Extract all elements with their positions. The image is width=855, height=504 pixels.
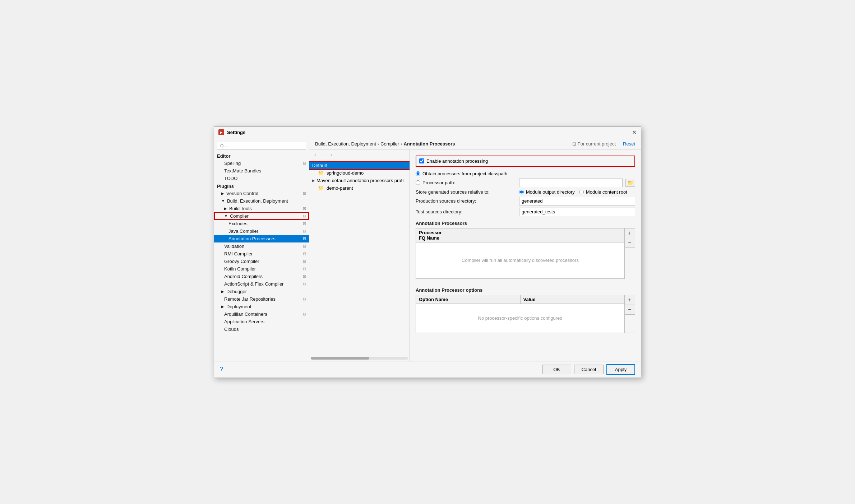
store-generated-radios: Module output directory Module content r… xyxy=(519,189,627,195)
enable-annotation-label[interactable]: Enable annotation processing xyxy=(419,158,488,164)
sidebar-label: Validation xyxy=(224,244,244,249)
add-processor-button[interactable]: + xyxy=(625,228,635,238)
options-header: Option Name Value xyxy=(416,295,624,304)
module-content-text: Module content root xyxy=(586,189,627,195)
tree-scrollbar[interactable] xyxy=(311,357,408,360)
tree-item-springcloud[interactable]: 📁 springcloud-demo xyxy=(309,169,410,177)
expand-icon: ▶ xyxy=(312,179,315,182)
tree-item-maven-default[interactable]: ▶ Maven default annotation processors pr… xyxy=(309,177,410,184)
add-option-button[interactable]: + xyxy=(625,295,635,305)
help-button[interactable]: ? xyxy=(220,366,223,373)
expand-icon: ▼ xyxy=(224,214,228,218)
sidebar-item-java-compiler[interactable]: Java Compiler ⊡ xyxy=(214,227,309,235)
processor-fq-col: Processor FQ Name xyxy=(416,228,445,242)
annotation-processors-section-title: Annotation Processors xyxy=(416,221,635,226)
sidebar-item-app-servers[interactable]: Application Servers xyxy=(214,318,309,325)
sidebar-label: Build, Execution, Deployment xyxy=(227,198,288,204)
sidebar-item-android-compilers[interactable]: Android Compilers ⊡ xyxy=(214,273,309,280)
remove-option-button[interactable]: − xyxy=(625,305,635,315)
sidebar-item-debugger[interactable]: ▶ Debugger xyxy=(214,288,309,295)
sidebar-label: ActionScript & Flex Compiler xyxy=(224,281,283,287)
search-input[interactable] xyxy=(217,142,306,150)
processor-path-text: Processor path: xyxy=(422,180,455,185)
enable-annotation-row: Enable annotation processing xyxy=(416,156,635,167)
copy-icon: ⊡ xyxy=(303,297,306,301)
sidebar-label: Deployment xyxy=(226,304,251,309)
remove-profile-button[interactable]: − xyxy=(319,151,325,158)
obtain-processors-radio[interactable] xyxy=(416,171,420,176)
processor-path-input[interactable] xyxy=(519,179,623,187)
split-panel: + − → Default 📁 springcloud-demo xyxy=(309,150,641,361)
cancel-button[interactable]: Cancel xyxy=(574,365,604,374)
test-sources-input[interactable] xyxy=(519,208,635,216)
sidebar-item-remote-jar[interactable]: Remote Jar Repositories ⊡ xyxy=(214,295,309,303)
copy-icon: ⊡ xyxy=(303,274,306,279)
module-output-label[interactable]: Module output directory xyxy=(519,189,575,195)
move-profile-button[interactable]: → xyxy=(327,151,334,158)
module-content-label[interactable]: Module content root xyxy=(579,189,627,195)
copy-icon: ⊡ xyxy=(303,244,306,249)
sidebar-item-arquillian[interactable]: Arquillian Containers ⊡ xyxy=(214,310,309,318)
tree-panel: + − → Default 📁 springcloud-demo xyxy=(309,150,410,361)
tree-item-demo-parent[interactable]: 📁 demo-parent xyxy=(309,184,410,192)
module-output-text: Module output directory xyxy=(526,189,575,195)
sidebar-item-todo[interactable]: TODO xyxy=(214,175,309,182)
tree-item-default[interactable]: Default xyxy=(309,162,410,169)
add-profile-button[interactable]: + xyxy=(312,151,318,158)
sidebar-item-version-control[interactable]: ▶ Version Control ⊡ xyxy=(214,190,309,197)
sidebar-label: Version Control xyxy=(226,191,258,196)
test-sources-row: Test sources directory: xyxy=(416,208,635,216)
reset-link[interactable]: Reset xyxy=(623,141,635,147)
annotation-options-section-title: Annotation Processor options xyxy=(416,287,635,293)
obtain-processors-text: Obtain processors from project classpath xyxy=(422,171,507,176)
obtain-processors-label[interactable]: Obtain processors from project classpath xyxy=(416,171,507,176)
option-name-col: Option Name xyxy=(416,295,521,304)
sidebar-item-excludes[interactable]: Excludes ⊡ xyxy=(214,220,309,227)
sidebar-item-annotation-processors[interactable]: Annotation Processors ⊡ xyxy=(214,235,309,242)
module-content-radio[interactable] xyxy=(579,190,584,194)
sidebar-label: Annotation Processors xyxy=(228,236,276,241)
sidebar-item-actionscript-compiler[interactable]: ActionScript & Flex Compiler ⊡ xyxy=(214,280,309,288)
apply-button[interactable]: Apply xyxy=(606,364,635,375)
copy-icon: ⊡ xyxy=(303,161,306,166)
copy-icon: ⊡ xyxy=(303,251,306,256)
sidebar-item-deployment[interactable]: ▶ Deployment xyxy=(214,303,309,310)
sidebar-label: Clouds xyxy=(224,327,239,332)
sidebar-label: Application Servers xyxy=(224,319,264,324)
sidebar-item-groovy-compiler[interactable]: Groovy Compiler ⊡ xyxy=(214,258,309,265)
sidebar-item-rmi-compiler[interactable]: RMI Compiler ⊡ xyxy=(214,250,309,258)
processor-path-browse-button[interactable]: 📁 xyxy=(625,179,635,187)
form-inner: Enable annotation processing Obtain proc… xyxy=(416,156,635,333)
dialog-title: Settings xyxy=(227,130,629,135)
processor-path-radio[interactable] xyxy=(416,180,420,185)
sidebar-item-compiler[interactable]: ▼ Compiler ⊡ xyxy=(214,212,309,220)
tree-item-label: demo-parent xyxy=(327,185,353,191)
tree-list: Default 📁 springcloud-demo ▶ Maven defau… xyxy=(309,160,410,357)
processor-fq-header: Processor FQ Name xyxy=(416,228,624,242)
title-bar: ▶ Settings ✕ xyxy=(214,127,641,138)
sidebar-item-textmate[interactable]: TextMate Bundles xyxy=(214,167,309,175)
enable-annotation-checkbox[interactable] xyxy=(419,158,424,163)
sidebar-item-clouds[interactable]: Clouds xyxy=(214,325,309,333)
expand-icon: ▶ xyxy=(221,305,224,309)
sidebar-item-validation[interactable]: Validation ⊡ xyxy=(214,242,309,250)
annotation-processors-table-area: Processor FQ Name Compiler will run all … xyxy=(416,228,635,283)
main-content: Build, Execution, Deployment › Compiler … xyxy=(309,138,641,361)
close-button[interactable]: ✕ xyxy=(632,129,637,136)
sidebar-item-plugins[interactable]: Plugins xyxy=(214,182,309,190)
processor-path-label[interactable]: Processor path: xyxy=(416,180,516,185)
annotation-processors-empty: Compiler will run all automatically disc… xyxy=(416,242,624,278)
sidebar-item-build-exec-deploy[interactable]: ▼ Build, Execution, Deployment xyxy=(214,197,309,205)
ok-button[interactable]: OK xyxy=(542,365,571,374)
module-output-radio[interactable] xyxy=(519,190,524,194)
sidebar-item-spelling[interactable]: Spelling ⊡ xyxy=(214,159,309,167)
sidebar-label: Compiler xyxy=(230,213,249,219)
sidebar-item-kotlin-compiler[interactable]: Kotlin Compiler ⊡ xyxy=(214,265,309,273)
sidebar-item-editor[interactable]: Editor xyxy=(214,152,309,159)
breadcrumb-sep2: › xyxy=(401,141,402,147)
sidebar-item-build-tools[interactable]: ▶ Build Tools ⊡ xyxy=(214,205,309,212)
sidebar-label: Excludes xyxy=(228,221,248,226)
production-sources-input[interactable] xyxy=(519,197,635,205)
sidebar-label: Android Compilers xyxy=(224,274,263,279)
remove-processor-button[interactable]: − xyxy=(625,238,635,248)
